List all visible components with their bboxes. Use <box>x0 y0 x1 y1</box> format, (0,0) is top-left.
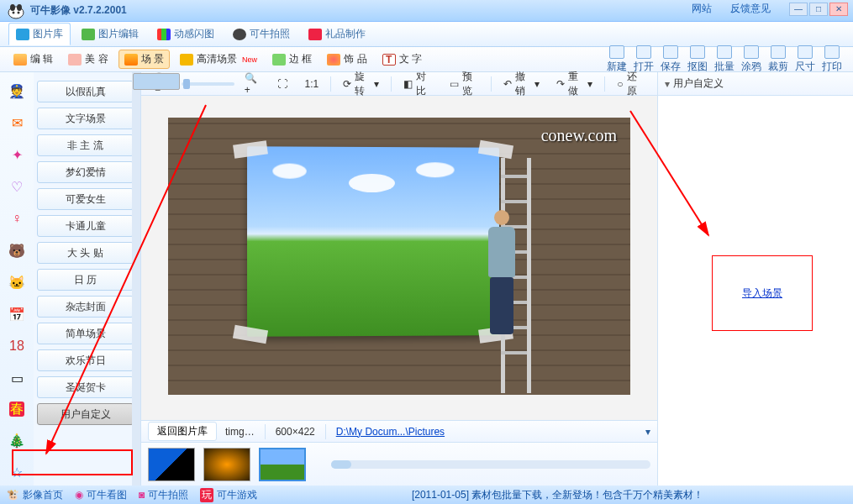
svg-point-2 <box>17 4 22 11</box>
rtool-4[interactable]: 批量 <box>712 45 737 74</box>
import-scene-box: 导入场景 <box>712 255 813 331</box>
canvas-stage[interactable]: conew.com <box>141 96 657 420</box>
sidebar-item-8[interactable]: 杂志封面 <box>37 296 134 318</box>
statusbar: 🐮影像首页 ◉可牛看图 ◙可牛拍照 玩可牛游戏 [2011-01-05] 素材包… <box>0 486 853 504</box>
ornament-icon <box>327 54 340 66</box>
file-dimensions: 600×422 <box>276 426 315 438</box>
right-pane-header[interactable]: ▾ 用户自定义 <box>658 72 853 96</box>
calendar-icon: 📅 <box>8 306 25 323</box>
person-graphic <box>481 210 523 336</box>
sidebar-item-0[interactable]: 以假乱真 <box>37 81 134 102</box>
link-feedback[interactable]: 反馈意见 <box>730 2 771 16</box>
window-maximize-button[interactable]: □ <box>809 3 828 16</box>
undo-button[interactable]: ↶ 撤销 ▾ <box>497 68 546 100</box>
thumbnail-1[interactable] <box>148 448 195 481</box>
right-pane: ▾ 用户自定义 导入场景 <box>658 72 853 486</box>
sidebar-item-2[interactable]: 非 主 流 <box>37 134 134 156</box>
sidebar-item-3[interactable]: 梦幻爱情 <box>37 161 134 183</box>
zoom-in-button[interactable]: 🔍+ <box>238 71 268 97</box>
pencil-icon <box>13 54 27 66</box>
cat-scene[interactable]: 场 景 <box>118 50 170 69</box>
cat-text[interactable]: T文 字 <box>377 50 427 68</box>
sidebar-item-9[interactable]: 简单场景 <box>37 323 134 344</box>
sidebar-item-1[interactable]: 文字场景 <box>37 108 134 129</box>
zoom-slider[interactable] <box>182 82 234 86</box>
new-badge: New <box>242 55 257 64</box>
game-icon: 玩 <box>200 488 213 502</box>
sidebar-item-4[interactable]: 可爱女生 <box>37 188 134 210</box>
preview-button[interactable]: ▭ 预览 <box>443 68 486 100</box>
rtool-icon <box>609 45 624 59</box>
thumb-scroll-handle[interactable] <box>331 460 351 469</box>
camera-icon <box>233 29 246 40</box>
file-path-link[interactable]: D:\My Docum...\Pictures <box>336 426 445 438</box>
compare-button[interactable]: ◧ 对比 <box>397 68 440 100</box>
dropdown-icon: ▾ <box>665 78 670 90</box>
watermark: conew.com <box>541 126 617 145</box>
window-minimize-button[interactable]: — <box>789 3 808 16</box>
cat-hdscene[interactable]: 高清场景New <box>175 50 262 68</box>
canvas-toolbar: 🔍− 🔍+ ⛶ 1:1 ⟳ 旋转 ▾ ◧ 对比 ▭ 预览 ↶ 撤销 ▾ ↷ 重做… <box>141 72 657 96</box>
status-message[interactable]: [2011-01-05] 素材包批量下载，全新登场！包含千万个精美素材！ <box>269 488 846 502</box>
zoom-thumb[interactable] <box>183 79 190 89</box>
link-website[interactable]: 网站 <box>692 2 712 16</box>
back-to-library-button[interactable]: 返回图片库 <box>148 422 217 441</box>
titlebar: 可牛影像 v2.7.2.2001 网站 反馈意见 — □ ✕ <box>0 0 853 22</box>
sidebar-item-5[interactable]: 卡通儿童 <box>37 215 134 237</box>
tab-library[interactable]: 图片库 <box>8 23 71 45</box>
status-home[interactable]: 🐮影像首页 <box>7 488 63 502</box>
style-icon: ✦ <box>8 146 25 163</box>
cow-icon: 🐮 <box>7 489 19 501</box>
thumbnail-3[interactable] <box>259 448 306 481</box>
rtool-6[interactable]: 裁剪 <box>766 45 791 74</box>
zoom-fit-button[interactable]: ⛶ <box>271 76 294 92</box>
rotate-button[interactable]: ⟳ 旋转 ▾ <box>336 68 386 100</box>
cat-edit[interactable]: 编 辑 <box>8 50 58 68</box>
rtool-icon <box>717 45 732 59</box>
import-scene-link[interactable]: 导入场景 <box>742 286 782 301</box>
status-camera[interactable]: ◙可牛拍照 <box>139 488 188 502</box>
sidebar-icons: 👮 ✉ ✦ ♡ ♀ 🐻 🐱 📅 18 ▭ 春 🎄 ☆ <box>0 72 34 486</box>
tab-edit[interactable]: 图片编辑 <box>74 23 146 45</box>
tab-gift[interactable]: 礼品制作 <box>301 23 373 45</box>
zoom-ratio[interactable]: 1:1 <box>297 76 325 92</box>
rtool-3[interactable]: 抠图 <box>685 45 710 74</box>
cat-beauty[interactable]: 美 容 <box>63 50 113 68</box>
rtool-8[interactable]: 打印 <box>819 45 845 74</box>
rtool-2[interactable]: 保存 <box>658 45 683 74</box>
image-preview: conew.com <box>168 118 630 395</box>
rtool-icon <box>744 45 759 59</box>
cat-frame[interactable]: 边 框 <box>267 50 317 68</box>
sidebar: 👮 ✉ ✦ ♡ ♀ 🐻 🐱 📅 18 ▭ 春 🎄 ☆ 以假乱真文字场景非 主 流… <box>0 72 141 486</box>
restore-button[interactable]: ○ 还原 <box>610 68 650 100</box>
window-close-button[interactable]: ✕ <box>829 3 848 16</box>
status-game[interactable]: 玩可牛游戏 <box>200 488 257 502</box>
sidebar-item-11[interactable]: 圣诞贺卡 <box>37 376 134 398</box>
tab-camera[interactable]: 可牛拍照 <box>225 23 297 45</box>
status-viewer[interactable]: ◉可牛看图 <box>75 488 127 502</box>
thumbnail-2[interactable] <box>203 448 250 481</box>
app-title: 可牛影像 v2.7.2.2001 <box>30 3 127 18</box>
gallery-icon <box>16 29 29 40</box>
redo-button[interactable]: ↷ 重做 ▾ <box>550 68 599 100</box>
sticker-icon: 🐱 <box>8 274 25 291</box>
rtool-icon <box>798 45 813 59</box>
cat-ornament[interactable]: 饰 品 <box>322 50 371 68</box>
sidebar-item-6[interactable]: 大 头 贴 <box>37 242 134 264</box>
thumbnail-toggle-icon[interactable]: ▾ <box>645 426 650 438</box>
sidebar-item-7[interactable]: 日 历 <box>37 269 134 291</box>
right-pane-body: 导入场景 <box>658 96 853 486</box>
text-scene-icon: ✉ <box>8 114 25 131</box>
file-name: timg… <box>225 426 255 438</box>
rtool-5[interactable]: 涂鸦 <box>739 45 764 74</box>
scroll-thumb[interactable] <box>133 73 180 90</box>
thumb-scrollbar[interactable] <box>331 460 650 469</box>
svg-point-3 <box>13 11 15 13</box>
svg-point-4 <box>18 11 20 13</box>
sidebar-item-10[interactable]: 欢乐节日 <box>37 349 134 371</box>
sidebar-scrollbar[interactable] <box>132 72 140 486</box>
rtool-7[interactable]: 尺寸 <box>792 45 818 74</box>
tab-gif[interactable]: 动感闪图 <box>150 23 222 45</box>
sidebar-item-12[interactable]: 用户自定义 <box>37 403 134 425</box>
rtool-icon <box>824 45 840 59</box>
